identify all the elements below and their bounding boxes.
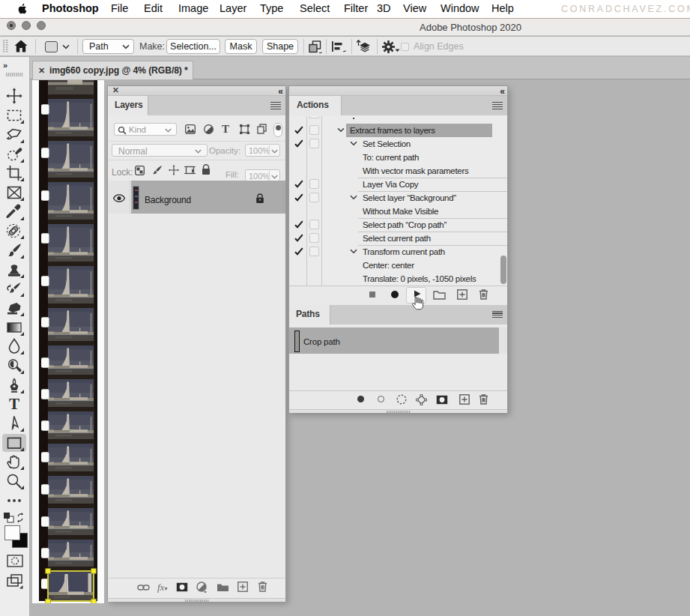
svg-text:T: T [9, 395, 19, 413]
